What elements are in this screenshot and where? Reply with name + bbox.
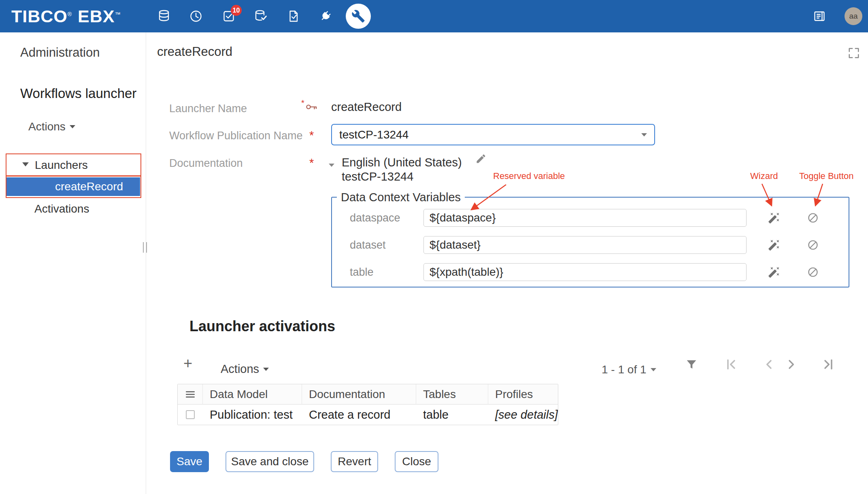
cell-profiles-see-details[interactable]: [see details] [488,408,558,422]
launcher-activations-title: Launcher activations [189,318,335,335]
activations-table: Data Model Documentation Tables Profiles… [177,384,558,425]
brand-logo: TIBCO®EBX™ [11,6,121,26]
next-page-icon[interactable] [785,358,798,373]
sidebar-item-activations[interactable]: Activations [34,202,89,215]
sidebar-page-title: Workflows launcher [20,86,136,101]
documentation-label: Documentation [169,157,243,170]
panel-resize-handle[interactable] [143,242,147,253]
dataspace-label: dataspace [350,209,419,227]
launcher-name-label: Launcher Name [169,102,247,115]
last-page-icon[interactable] [822,358,835,373]
header-documentation: Documentation [302,384,416,405]
annotation-wizard: Wizard [750,171,778,181]
documentation-value: testCP-13244 [342,170,413,183]
topbar: TIBCO®EBX™ 10 [0,0,868,32]
activations-actions-label: Actions [221,362,259,376]
workflow-publication-label: Workflow Publication Name [169,130,303,142]
chevron-down-icon [263,368,269,371]
workflow-publication-combobox[interactable]: testCP-13244 [331,124,655,145]
data-context-variables-fieldset: Data Context Variables dataspace dataset… [331,197,849,287]
save-button[interactable]: Save [170,451,209,472]
notification-badge: 10 [231,5,242,16]
activations-actions-menu[interactable]: Actions [221,362,269,376]
chevron-down-icon [651,368,656,371]
header-profiles: Profiles [488,384,558,405]
administration-icon[interactable] [346,4,371,29]
fullscreen-icon[interactable] [848,47,860,61]
edit-pencil-icon[interactable] [475,153,487,166]
close-button[interactable]: Close [395,451,438,472]
cell-documentation: Create a record [302,408,416,422]
required-marker: * [309,129,314,142]
data-icon[interactable] [157,9,171,23]
tasks-icon[interactable]: 10 [221,9,236,23]
perspectives-icon[interactable] [812,9,827,23]
wizard-icon[interactable] [768,238,781,251]
fieldset-legend: Data Context Variables [337,191,465,204]
pagination-range-label: 1 - 1 of 1 [602,363,647,376]
documentation-locale: English (United States) [342,156,462,169]
table-input[interactable] [423,263,747,281]
revert-button[interactable]: Revert [331,451,378,472]
pagination-range[interactable]: 1 - 1 of 1 [602,363,656,376]
brand-tibco: TIBCO [11,6,68,26]
cell-data-model: Publication: test [203,408,302,422]
header-tables: Tables [416,384,488,405]
table-label: table [350,263,419,281]
filter-icon[interactable] [685,358,698,373]
page-title: createRecord [157,45,232,59]
sidebar-item-createrecord[interactable]: createRecord [6,177,140,196]
dataset-label: dataset [350,236,419,254]
cell-tables: table [416,408,488,422]
header-data-model: Data Model [203,384,302,405]
table-header-row: Data Model Documentation Tables Profiles [178,384,558,405]
sidebar-section-title: Administration [20,45,100,60]
sidebar-actions-label: Actions [28,120,66,133]
primary-key-icon [305,102,319,113]
locale-expand-icon[interactable] [329,161,334,168]
launcher-name-value: createRecord [331,100,402,114]
wizard-icon[interactable] [768,211,781,224]
tree-expand-icon[interactable] [22,162,29,166]
history-icon[interactable] [189,9,203,23]
wizard-icon[interactable] [768,266,781,279]
app-window: TIBCO®EBX™ 10 [0,0,868,494]
dataspaces-icon[interactable] [253,9,268,23]
brand-ebx: EBX [78,6,115,26]
trademark-mark: ™ [115,11,121,17]
sidebar-actions-menu[interactable]: Actions [28,120,75,133]
validation-icon[interactable] [286,9,301,23]
table-menu-icon[interactable] [178,384,203,405]
toggle-button-icon[interactable] [806,211,819,224]
sidebar-item-launchers[interactable]: Launchers [35,159,88,172]
chevron-down-icon [641,133,647,136]
previous-page-icon[interactable] [763,358,776,373]
dataset-input[interactable] [423,236,747,254]
user-avatar[interactable]: aa [845,7,862,25]
dataspace-input[interactable] [423,209,747,227]
table-row[interactable]: Publication: test Create a record table … [178,405,558,425]
add-activation-button[interactable]: + [183,356,192,371]
wrench-icon [351,9,365,23]
first-page-icon[interactable] [725,358,738,373]
registered-mark: ® [68,11,72,17]
required-marker: * [301,98,304,108]
toggle-button-icon[interactable] [806,266,819,279]
integration-icon[interactable] [318,9,333,23]
save-and-close-button[interactable]: Save and close [226,451,314,472]
row-checkbox[interactable] [186,410,195,419]
annotation-reserved-variable: Reserved variable [493,171,565,181]
sidebar-divider [146,32,146,494]
annotation-toggle-button: Toggle Button [799,171,854,181]
toggle-button-icon[interactable] [806,238,819,251]
chevron-down-icon [70,125,75,128]
required-marker: * [309,156,314,170]
workflow-publication-value: testCP-13244 [339,128,641,141]
